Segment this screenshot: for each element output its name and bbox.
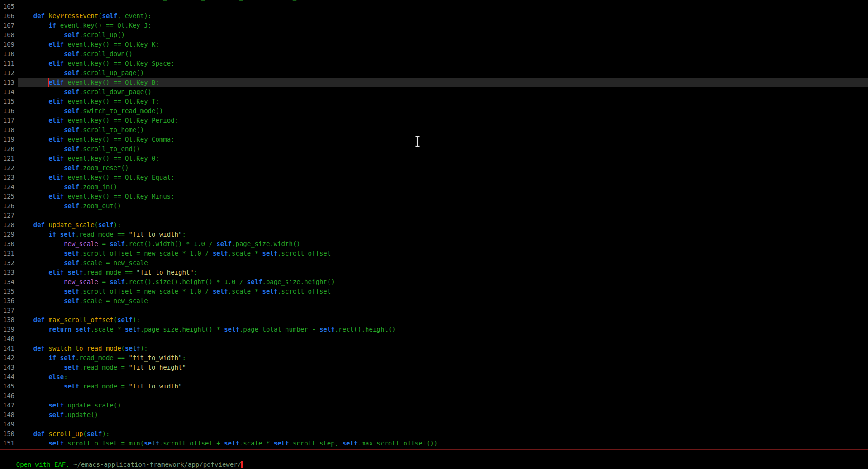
line-number: 135	[0, 287, 14, 296]
code-token: update_scale	[48, 221, 94, 228]
code-token: self	[125, 345, 140, 352]
code-token: .scroll_to_home()	[79, 126, 144, 133]
code-token: self	[125, 326, 140, 333]
line-number: 131	[0, 249, 14, 258]
code-token: .rect().width() * 1.0 /	[125, 240, 216, 247]
code-line[interactable]: 139 return self.scale * self.page_size.h…	[0, 325, 868, 334]
code-buffer[interactable]: 104 painter.drawImage(QRect(render_x, re…	[0, 0, 868, 448]
minibuffer-prompt: Open with EAF:	[16, 461, 73, 468]
code-line[interactable]: 122 self.zoom_reset()	[0, 163, 868, 173]
code-line[interactable]: 108 self.scroll_up()	[0, 30, 868, 40]
code-line[interactable]: 142 if self.read_mode == "fit_to_width":	[0, 353, 868, 363]
code-token	[18, 41, 48, 48]
code-line[interactable]: 140	[0, 334, 868, 344]
line-number: 136	[0, 296, 14, 306]
line-number: 111	[0, 59, 14, 68]
code-line[interactable]: 123 elif event.key() == Qt.Key_Equal:	[0, 173, 868, 182]
minibuffer[interactable]: Open with EAF: ~/emacs-application-frame…	[1, 450, 243, 460]
line-number: 115	[0, 97, 14, 106]
code-line[interactable]: 138 def max_scroll_offset(self):	[0, 315, 868, 325]
code-line[interactable]: 120 self.scroll_to_end()	[0, 144, 868, 154]
code-line[interactable]: 112 self.scroll_up_page()	[0, 68, 868, 78]
line-number: 127	[0, 211, 14, 220]
code-token: .read_mode =	[79, 383, 129, 390]
code-token: elif	[48, 98, 64, 105]
code-line[interactable]: 130 new_scale = self.rect().width() * 1.…	[0, 239, 868, 249]
code-line[interactable]: 114 self.scroll_down_page()	[0, 87, 868, 97]
code-line[interactable]: 137	[0, 306, 868, 315]
code-line[interactable]: 111 elif event.key() == Qt.Key_Space:	[0, 59, 868, 68]
code-token: .scale *	[228, 250, 262, 257]
code-token: "fit_to_width"	[129, 354, 182, 361]
code-token: self	[110, 278, 125, 285]
code-token: self	[48, 440, 64, 447]
code-token: self	[224, 440, 239, 447]
code-line[interactable]: 133 elif self.read_mode == "fit_to_heigh…	[0, 268, 868, 277]
code-token: elif	[48, 60, 64, 67]
code-line[interactable]: 128 def update_scale(self):	[0, 220, 868, 230]
code-line[interactable]: 131 self.scroll_offset = new_scale * 1.0…	[0, 249, 868, 258]
code-line[interactable]: 119 elif event.key() == Qt.Key_Comma:	[0, 135, 868, 144]
code-token: self	[64, 164, 79, 171]
code-line[interactable]: 105	[0, 2, 868, 11]
code-token: :	[194, 269, 197, 276]
code-line[interactable]: 150 def scroll_up(self):	[0, 429, 868, 439]
code-line[interactable]: 135 self.scroll_offset = new_scale * 1.0…	[0, 287, 868, 296]
code-line[interactable]: 117 elif event.key() == Qt.Key_Period:	[0, 116, 868, 125]
code-line[interactable]: 118 self.scroll_to_home()	[0, 125, 868, 135]
code-line[interactable]: 121 elif event.key() == Qt.Key_0:	[0, 154, 868, 163]
code-token	[18, 145, 64, 152]
code-token: (	[95, 221, 98, 228]
code-token: event.key() == Qt.Key_Equal:	[64, 174, 174, 181]
code-line[interactable]: 144 else:	[0, 372, 868, 382]
code-line[interactable]: 127	[0, 211, 868, 220]
code-token	[18, 107, 64, 114]
code-token: self	[98, 221, 114, 228]
code-line[interactable]: 134 new_scale = self.rect().size().heigh…	[0, 277, 868, 287]
code-token: "fit_to_height"	[136, 269, 193, 276]
tray-status-info: ( 1, 59 )Top[2018-06-28]22:12 Thursday	[696, 460, 868, 469]
code-line[interactable]: 148 self.update()	[0, 410, 868, 420]
code-token: ):	[133, 316, 140, 323]
code-line[interactable]: 109 elif event.key() == Qt.Key_K:	[0, 40, 868, 49]
line-number: 124	[0, 182, 14, 192]
code-line[interactable]: 129 if self.read_mode == "fit_to_width":	[0, 230, 868, 239]
code-line[interactable]: 136 self.scale = new_scale	[0, 296, 868, 306]
code-token: self	[64, 145, 79, 152]
code-line[interactable]: 115 elif event.key() == Qt.Key_T:	[0, 97, 868, 106]
text-cursor	[48, 78, 49, 87]
code-line[interactable]: 124 self.zoom_in()	[0, 182, 868, 192]
code-token	[64, 269, 67, 276]
code-line[interactable]: 141 def switch_to_read_mode(self):	[0, 344, 868, 353]
line-number: 112	[0, 68, 14, 78]
minibuffer-input[interactable]: ~/emacs-application-framework/app/pdfvie…	[73, 461, 241, 468]
line-number: 121	[0, 154, 14, 163]
code-token: self	[64, 50, 79, 57]
code-line[interactable]: 107 if event.key() == Qt.Key_J:	[0, 21, 868, 30]
code-token	[18, 440, 48, 447]
code-line[interactable]: 143 self.read_mode = "fit_to_height"	[0, 363, 868, 372]
code-token: .read_mode ==	[75, 231, 129, 238]
code-token: def	[33, 345, 45, 352]
code-token: self	[60, 354, 76, 361]
code-token: ):	[140, 345, 148, 352]
code-line[interactable]: 110 self.scroll_down()	[0, 49, 868, 59]
code-line[interactable]: 126 self.zoom_out()	[0, 201, 868, 211]
code-line[interactable]: 149	[0, 420, 868, 429]
code-line[interactable]: 125 elif event.key() == Qt.Key_Minus:	[0, 192, 868, 201]
code-line[interactable]: 113 elif event.key() == Qt.Key_B:	[0, 78, 868, 87]
code-line[interactable]: 146	[0, 391, 868, 401]
code-line[interactable]: 151 self.scroll_offset = min(self.scroll…	[0, 439, 868, 448]
code-line[interactable]: 116 self.switch_to_read_mode()	[0, 106, 868, 116]
code-line[interactable]: 147 self.update_scale()	[0, 401, 868, 410]
code-token: .scroll_offset	[277, 250, 331, 257]
line-number: 147	[0, 401, 14, 410]
code-token: .zoom_in()	[79, 183, 117, 190]
code-line[interactable]: 145 self.read_mode = "fit_to_width"	[0, 382, 868, 391]
code-token: event.key() == Qt.Key_Minus:	[64, 193, 174, 200]
code-line[interactable]: 106 def keyPressEvent(self, event):	[0, 11, 868, 21]
code-token: ):	[102, 430, 110, 437]
code-line[interactable]: 132 self.scale = new_scale	[0, 258, 868, 268]
code-token: self	[64, 383, 79, 390]
line-number: 149	[0, 420, 14, 429]
